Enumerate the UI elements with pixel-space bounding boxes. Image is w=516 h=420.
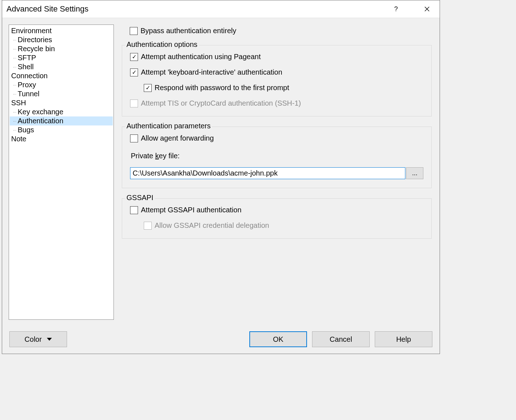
group-title: GSSAPI bbox=[125, 194, 155, 202]
dialog-body: EnvironmentDirectoriesRecycle binSFTPShe… bbox=[2, 18, 440, 326]
checkbox-label: Attempt TIS or CryptoCard authentication… bbox=[141, 99, 301, 107]
agent-forwarding-checkbox[interactable]: Allow agent forwarding bbox=[130, 134, 423, 142]
tree-item-connection[interactable]: Connection bbox=[10, 71, 113, 80]
button-label: Cancel bbox=[330, 335, 352, 344]
tree-item-ssh[interactable]: SSH bbox=[10, 98, 113, 107]
auth-options-group: Authentication options Attempt authentic… bbox=[122, 45, 432, 116]
auth-params-group: Authentication parameters Allow agent fo… bbox=[122, 127, 432, 188]
tree-item-bugs[interactable]: Bugs bbox=[10, 125, 113, 134]
settings-panel: Bypass authentication entirely Authentic… bbox=[120, 25, 433, 320]
tree-item-key-exchange[interactable]: Key exchange bbox=[10, 107, 113, 116]
tree-item-proxy[interactable]: Proxy bbox=[10, 80, 113, 89]
chevron-down-icon bbox=[47, 338, 52, 341]
checkbox-icon bbox=[144, 222, 152, 230]
checkbox-label: Allow GSSAPI credential delegation bbox=[155, 221, 269, 230]
checkbox-icon bbox=[130, 53, 138, 61]
checkbox-label: Attempt GSSAPI authentication bbox=[141, 206, 241, 214]
close-icon[interactable] bbox=[419, 3, 435, 15]
checkbox-icon bbox=[130, 27, 138, 35]
cancel-button[interactable]: Cancel bbox=[312, 331, 370, 347]
private-key-label: Private key file: bbox=[130, 152, 423, 160]
checkbox-icon bbox=[144, 84, 152, 92]
tree-item-tunnel[interactable]: Tunnel bbox=[10, 89, 113, 98]
tree-item-environment[interactable]: Environment bbox=[10, 26, 113, 35]
checkbox-icon bbox=[130, 134, 138, 142]
browse-button[interactable]: ... bbox=[406, 167, 423, 179]
label-part: ey file: bbox=[159, 152, 180, 160]
gssapi-group: GSSAPI Attempt GSSAPI authentication All… bbox=[122, 198, 432, 239]
ok-button[interactable]: OK bbox=[249, 331, 307, 347]
checkbox-icon bbox=[130, 100, 138, 107]
dialog-footer: Color OK Cancel Help bbox=[2, 326, 440, 354]
checkbox-label: Respond with password to the first promp… bbox=[155, 84, 289, 92]
checkbox-label: Attempt authentication using Pageant bbox=[141, 53, 261, 61]
button-label: OK bbox=[273, 335, 284, 344]
checkbox-icon bbox=[130, 206, 138, 214]
tree-item-sftp[interactable]: SFTP bbox=[10, 53, 113, 62]
tree-item-recycle-bin[interactable]: Recycle bin bbox=[10, 44, 113, 53]
respond-password-checkbox[interactable]: Respond with password to the first promp… bbox=[130, 84, 423, 92]
checkbox-icon bbox=[130, 68, 138, 76]
gssapi-attempt-checkbox[interactable]: Attempt GSSAPI authentication bbox=[130, 206, 423, 214]
dialog-title: Advanced Site Settings bbox=[6, 4, 373, 14]
label-part: Private bbox=[131, 152, 155, 160]
button-label: Help bbox=[396, 335, 411, 344]
checkbox-label: Allow agent forwarding bbox=[141, 134, 214, 142]
group-title: Authentication parameters bbox=[125, 122, 212, 130]
button-label: Color bbox=[25, 335, 42, 344]
label-accel: k bbox=[155, 152, 159, 160]
tis-checkbox: Attempt TIS or CryptoCard authentication… bbox=[130, 99, 423, 107]
private-key-input[interactable] bbox=[130, 167, 405, 179]
bypass-auth-checkbox[interactable]: Bypass authentication entirely bbox=[122, 27, 432, 35]
pageant-checkbox[interactable]: Attempt authentication using Pageant bbox=[130, 53, 423, 61]
tree-item-authentication[interactable]: Authentication bbox=[10, 116, 113, 125]
group-title: Authentication options bbox=[125, 40, 199, 49]
tree-item-directories[interactable]: Directories bbox=[10, 35, 113, 44]
tree-item-shell[interactable]: Shell bbox=[10, 62, 113, 71]
title-bar: Advanced Site Settings ? bbox=[2, 0, 440, 18]
keyboard-interactive-checkbox[interactable]: Attempt 'keyboard-interactive' authentic… bbox=[130, 68, 423, 76]
help-icon[interactable]: ? bbox=[388, 3, 404, 15]
gssapi-delegate-checkbox: Allow GSSAPI credential delegation bbox=[130, 221, 423, 230]
checkbox-label: Attempt 'keyboard-interactive' authentic… bbox=[141, 68, 282, 76]
advanced-settings-dialog: Advanced Site Settings ? EnvironmentDire… bbox=[2, 0, 440, 354]
settings-tree[interactable]: EnvironmentDirectoriesRecycle binSFTPShe… bbox=[9, 25, 114, 320]
tree-item-note[interactable]: Note bbox=[10, 134, 113, 143]
checkbox-label: Bypass authentication entirely bbox=[141, 27, 236, 35]
help-button[interactable]: Help bbox=[375, 331, 432, 347]
color-button[interactable]: Color bbox=[9, 331, 67, 347]
